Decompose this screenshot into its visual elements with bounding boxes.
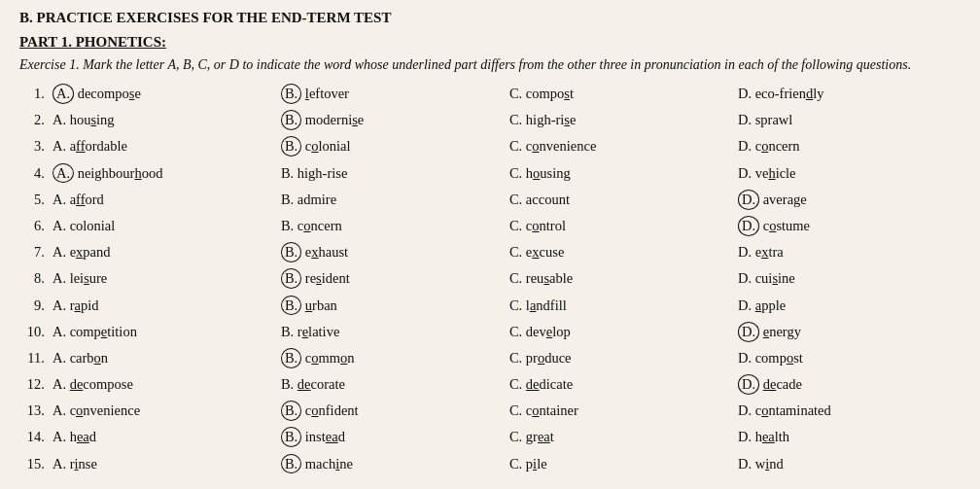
table-row: 4.A. neighbourhoodB. high-riseC. housing… (19, 160, 961, 187)
answer-d: D. apple (732, 293, 961, 319)
answer-b: B. machine (275, 451, 504, 477)
table-row: 12.A. decomposeB. decorateC. dedicateD. … (19, 371, 961, 398)
answer-c: C. produce (504, 345, 732, 371)
circled-answer: B. (281, 427, 301, 447)
answer-b: B. confident (275, 398, 504, 424)
answer-a: A. colonial (47, 213, 275, 239)
answer-a: A. afford (47, 187, 275, 213)
answer-a: A. leisure (47, 265, 275, 292)
answer-d: D. contaminated (732, 398, 961, 424)
answer-b: B. admire (275, 187, 504, 213)
answer-d: D. energy (732, 319, 961, 345)
circled-answer: B. (281, 84, 301, 104)
circled-answer: B. (281, 296, 301, 316)
answer-b: B. concern (275, 213, 504, 239)
row-number: 4. (19, 160, 47, 187)
answer-c: C. container (504, 398, 732, 424)
circled-answer: D. (738, 322, 759, 342)
row-number: 2. (19, 107, 47, 133)
answer-c: C. control (504, 213, 732, 239)
answer-b: B. colonial (275, 133, 504, 159)
answer-a: A. housing (47, 107, 275, 133)
answer-b: B. decorate (275, 371, 504, 398)
answer-d: D. eco-friendly (732, 81, 961, 107)
answer-a: A. competition (47, 319, 275, 345)
row-number: 3. (19, 133, 47, 159)
answer-a: A. decompose (47, 371, 275, 398)
answer-c: C. high-rise (504, 107, 732, 133)
table-row: 5.A. affordB. admireC. accountD. average (19, 187, 961, 213)
answer-b: B. relative (275, 319, 504, 345)
answer-d: D. concern (732, 133, 961, 159)
answer-b: B. resident (275, 265, 504, 292)
answer-a: A. convenience (47, 398, 275, 424)
answer-a: A. head (47, 424, 275, 450)
answer-d: D. cuisine (732, 265, 961, 292)
circled-answer: B. (281, 136, 301, 157)
answer-d: D. vehicle (732, 160, 961, 187)
row-number: 8. (19, 265, 47, 292)
answer-c: C. reusable (504, 265, 732, 292)
row-number: 5. (19, 187, 47, 213)
answer-d: D. wind (732, 451, 961, 477)
answer-b: B. instead (275, 424, 504, 450)
table-row: 14.A. headB. insteadC. greatD. health (19, 424, 961, 450)
answer-b: B. high-rise (275, 160, 504, 187)
answer-a: A. rapid (47, 293, 275, 319)
answer-a: A. carbon (47, 345, 275, 371)
circled-answer: B. (281, 401, 301, 421)
table-row: 2.A. housingB. moderniseC. high-riseD. s… (19, 107, 961, 133)
answer-a: A. expand (47, 239, 275, 265)
answer-a: A. neighbourhood (47, 160, 275, 187)
answer-d: D. decade (732, 371, 961, 398)
circled-answer: B. (281, 242, 301, 262)
answer-d: D. sprawl (732, 107, 961, 133)
circled-answer: A. (52, 84, 74, 104)
circled-answer: A. (52, 163, 74, 184)
table-row: 7.A. expandB. exhaustC. excuseD. extra (19, 239, 961, 265)
row-number: 15. (19, 451, 47, 477)
answer-c: C. compost (504, 81, 732, 107)
answer-a: A. rinse (47, 451, 275, 477)
answer-c: C. landfill (504, 293, 732, 319)
answer-c: C. great (504, 424, 732, 450)
row-number: 1. (19, 81, 47, 107)
answer-b: B. leftover (275, 81, 504, 107)
circled-answer: D. (738, 190, 759, 210)
circled-answer: D. (738, 374, 759, 395)
part-title: PART 1. PHONETICS: (19, 34, 961, 51)
table-row: 8.A. leisureB. residentC. reusableD. cui… (19, 265, 961, 292)
answer-c: C. account (504, 187, 732, 213)
table-row: 10.A. competitionB. relativeC. developD.… (19, 319, 961, 345)
answer-b: B. common (275, 345, 504, 371)
table-row: 3.A. affordableB. colonialC. convenience… (19, 133, 961, 159)
row-number: 6. (19, 213, 47, 239)
answer-a: A. affordable (47, 133, 275, 159)
answer-a: A. decompose (47, 81, 275, 107)
row-number: 9. (19, 293, 47, 319)
section-header: B. PRACTICE EXERCISES FOR THE END-TERM T… (19, 10, 961, 26)
answer-c: C. develop (504, 319, 732, 345)
table-row: 15.A. rinseB. machineC. pileD. wind (19, 451, 961, 477)
answer-d: D. compost (732, 345, 961, 371)
row-number: 14. (19, 424, 47, 450)
page-container: B. PRACTICE EXERCISES FOR THE END-TERM T… (19, 10, 961, 477)
row-number: 12. (19, 371, 47, 398)
circled-answer: B. (281, 268, 301, 289)
answer-b: B. modernise (275, 107, 504, 133)
answer-d: D. health (732, 424, 961, 450)
answer-b: B. exhaust (275, 239, 504, 265)
row-number: 13. (19, 398, 47, 424)
row-number: 7. (19, 239, 47, 265)
circled-answer: B. (281, 454, 301, 474)
circled-answer: B. (281, 348, 301, 368)
answer-b: B. urban (275, 293, 504, 319)
circled-answer: B. (281, 110, 301, 130)
answer-d: D. extra (732, 239, 961, 265)
answer-c: C. excuse (504, 239, 732, 265)
table-row: 11.A. carbonB. commonC. produceD. compos… (19, 345, 961, 371)
row-number: 11. (19, 345, 47, 371)
answer-d: D. costume (732, 213, 961, 239)
table-row: 1.A. decomposeB. leftoverC. compostD. ec… (19, 81, 961, 107)
answer-c: C. housing (504, 160, 732, 187)
